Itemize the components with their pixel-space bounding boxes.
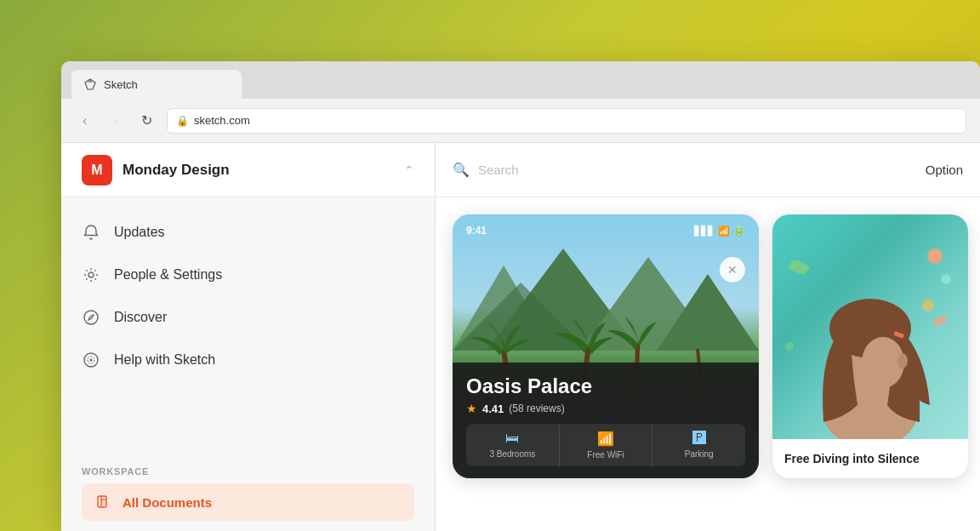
address-text: sketch.com xyxy=(194,114,250,127)
cards-area: 9:41 ▋▋▋ 📶 🔋 ✕ Oasis Palace ★ xyxy=(436,197,980,531)
workspace-section: WORKSPACE All Documents xyxy=(61,453,435,531)
signal-icon: ▋▋▋ xyxy=(694,226,715,237)
amenity-bedrooms: 🛏 3 Bedrooms xyxy=(466,424,559,466)
wifi-label: Free WiFi xyxy=(587,450,624,460)
all-documents-label: All Documents xyxy=(122,495,212,510)
star-icon: ★ xyxy=(466,402,477,415)
decorative-dot-4 xyxy=(785,342,794,351)
svg-point-2 xyxy=(88,272,94,277)
rating-value: 4.41 xyxy=(482,403,504,415)
nav-item-updates[interactable]: Updates xyxy=(61,211,435,254)
parking-label: Parking xyxy=(685,449,714,459)
reviews-text: (58 reviews) xyxy=(509,403,564,414)
search-bar: 🔍 Search Option xyxy=(436,143,980,197)
documents-icon xyxy=(95,494,112,511)
browser-tab[interactable]: Sketch xyxy=(71,70,242,99)
refresh-button[interactable]: ↻ xyxy=(136,111,157,131)
svg-rect-8 xyxy=(100,499,105,505)
search-placeholder[interactable]: Search xyxy=(478,163,917,177)
workspace-section-title: WORKSPACE xyxy=(82,466,414,477)
hotel-name: Oasis Palace xyxy=(466,374,745,398)
nav-item-people-settings[interactable]: People & Settings xyxy=(61,254,435,296)
amenity-parking: 🅿 Parking xyxy=(652,424,745,466)
wifi-icon: 📶 xyxy=(718,226,730,237)
parking-icon: 🅿 xyxy=(692,431,706,446)
close-button[interactable]: ✕ xyxy=(720,257,745,283)
caption-text: Free Diving into Silence xyxy=(784,452,920,465)
workspace-avatar: M xyxy=(82,155,112,186)
status-time: 9:41 xyxy=(466,225,487,237)
tab-bar: Sketch xyxy=(61,61,980,99)
person-illustration xyxy=(794,252,947,448)
hotel-amenities: 🛏 3 Bedrooms 📶 Free WiFi 🅿 Parking xyxy=(466,424,745,466)
help-icon xyxy=(82,351,100,369)
main-content: M Monday Design ⌃ Updates xyxy=(61,143,980,531)
sketch-tab-icon xyxy=(83,77,97,91)
discover-label: Discover xyxy=(114,310,167,325)
bed-icon: 🛏 xyxy=(505,431,519,446)
back-button[interactable]: ‹ xyxy=(75,111,95,131)
forward-button[interactable]: › xyxy=(105,111,126,131)
browser-window: Sketch ‹ › ↻ 🔒 sketch.com M Mond xyxy=(61,61,980,531)
sidebar: M Monday Design ⌃ Updates xyxy=(61,143,436,531)
nav-item-help[interactable]: Help with Sketch xyxy=(61,339,435,381)
wifi-amenity-icon: 📶 xyxy=(597,431,614,447)
svg-point-6 xyxy=(90,359,93,362)
address-field[interactable]: 🔒 sketch.com xyxy=(167,108,966,134)
tab-title: Sketch xyxy=(104,78,138,91)
all-documents-item[interactable]: All Documents xyxy=(82,483,414,521)
updates-label: Updates xyxy=(114,225,165,240)
workspace-name: Monday Design xyxy=(122,162,404,179)
hotel-info: Oasis Palace ★ 4.41 (58 reviews) 🛏 3 Bed… xyxy=(453,363,759,478)
status-icons: ▋▋▋ 📶 🔋 xyxy=(694,226,745,237)
compass-icon xyxy=(82,308,100,327)
options-button[interactable]: Option xyxy=(926,163,963,177)
gear-icon xyxy=(82,266,100,284)
hotel-card[interactable]: 9:41 ▋▋▋ 📶 🔋 ✕ Oasis Palace ★ xyxy=(453,214,759,478)
battery-icon: 🔋 xyxy=(733,226,745,237)
nav-item-discover[interactable]: Discover xyxy=(61,296,435,339)
svg-point-3 xyxy=(84,311,98,324)
people-settings-label: People & Settings xyxy=(114,267,222,283)
person-card[interactable]: Free Diving into Silence xyxy=(772,214,968,478)
bedrooms-label: 3 Bedrooms xyxy=(489,449,535,459)
svg-point-19 xyxy=(897,353,908,368)
search-icon: 🔍 xyxy=(453,162,470,178)
address-bar: ‹ › ↻ 🔒 sketch.com xyxy=(61,99,980,143)
chevron-icon: ⌃ xyxy=(404,163,414,177)
workspace-header[interactable]: M Monday Design ⌃ xyxy=(61,143,435,197)
right-content: 🔍 Search Option xyxy=(436,143,980,531)
status-bar: 9:41 ▋▋▋ 📶 🔋 xyxy=(466,225,745,237)
help-label: Help with Sketch xyxy=(114,352,215,368)
nav-items: Updates People & Settings xyxy=(61,197,435,453)
hotel-rating: ★ 4.41 (58 reviews) xyxy=(466,402,745,415)
amenity-wifi: 📶 Free WiFi xyxy=(559,424,652,466)
bell-icon xyxy=(82,223,100,242)
lock-icon: 🔒 xyxy=(176,115,189,127)
card-caption: Free Diving into Silence xyxy=(772,439,968,478)
